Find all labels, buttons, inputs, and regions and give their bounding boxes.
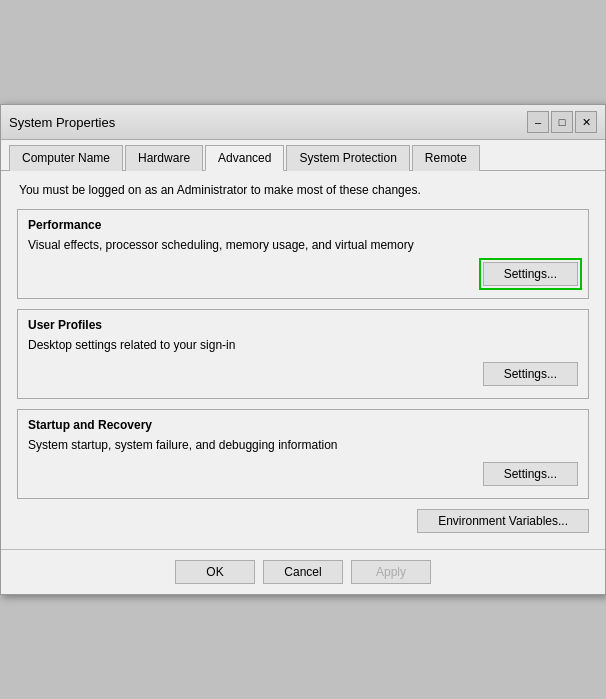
window-title: System Properties [9, 115, 115, 130]
user-profiles-btn-row: Settings... [28, 362, 578, 386]
ok-button[interactable]: OK [175, 560, 255, 584]
system-properties-window: System Properties – □ ✕ Computer Name Ha… [0, 104, 606, 595]
title-bar-controls: – □ ✕ [527, 111, 597, 133]
admin-notice: You must be logged on as an Administrato… [17, 183, 589, 197]
user-profiles-title: User Profiles [28, 318, 578, 332]
tab-remote[interactable]: Remote [412, 145, 480, 171]
startup-recovery-title: Startup and Recovery [28, 418, 578, 432]
startup-recovery-section: Startup and Recovery System startup, sys… [17, 409, 589, 499]
apply-button[interactable]: Apply [351, 560, 431, 584]
startup-recovery-btn-row: Settings... [28, 462, 578, 486]
footer: OK Cancel Apply [1, 549, 605, 594]
performance-title: Performance [28, 218, 578, 232]
performance-settings-button[interactable]: Settings... [483, 262, 578, 286]
user-profiles-section: User Profiles Desktop settings related t… [17, 309, 589, 399]
tab-computer-name[interactable]: Computer Name [9, 145, 123, 171]
tabs-container: Computer Name Hardware Advanced System P… [1, 140, 605, 171]
startup-recovery-settings-button[interactable]: Settings... [483, 462, 578, 486]
performance-section: Performance Visual effects, processor sc… [17, 209, 589, 299]
environment-variables-button[interactable]: Environment Variables... [417, 509, 589, 533]
tab-system-protection[interactable]: System Protection [286, 145, 409, 171]
user-profiles-description: Desktop settings related to your sign-in [28, 338, 578, 352]
tab-hardware[interactable]: Hardware [125, 145, 203, 171]
title-bar: System Properties – □ ✕ [1, 105, 605, 140]
user-profiles-settings-button[interactable]: Settings... [483, 362, 578, 386]
env-variables-row: Environment Variables... [17, 509, 589, 533]
performance-description: Visual effects, processor scheduling, me… [28, 238, 578, 252]
cancel-button[interactable]: Cancel [263, 560, 343, 584]
minimize-button[interactable]: – [527, 111, 549, 133]
tab-content: You must be logged on as an Administrato… [1, 171, 605, 549]
tab-advanced[interactable]: Advanced [205, 145, 284, 171]
close-button[interactable]: ✕ [575, 111, 597, 133]
performance-btn-row: Settings... [28, 262, 578, 286]
maximize-button[interactable]: □ [551, 111, 573, 133]
startup-recovery-description: System startup, system failure, and debu… [28, 438, 578, 452]
